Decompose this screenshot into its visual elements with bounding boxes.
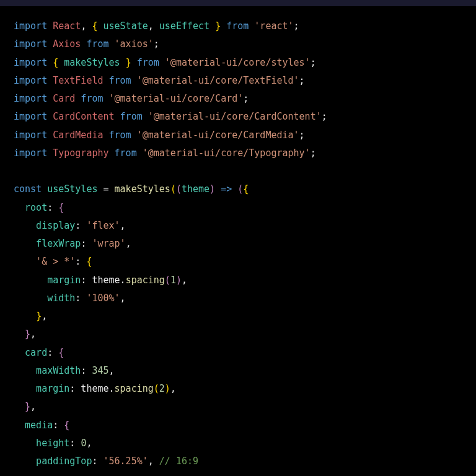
code-line-18: },	[14, 325, 462, 343]
code-line-1: import React, { useState, useEffect } fr…	[14, 17, 462, 35]
editor-top-bar	[0, 0, 476, 6]
code-line-5: import Card from '@material-ui/core/Card…	[14, 90, 462, 108]
code-container: import React, { useState, useEffect } fr…	[14, 17, 462, 470]
code-line-3: import { makeStyles } from '@material-ui…	[14, 54, 462, 72]
code-line-19: card: {	[14, 344, 462, 362]
code-line-23: media: {	[14, 416, 462, 434]
code-line-25: paddingTop: '56.25%', // 16:9	[14, 452, 462, 470]
code-line-21: margin: theme.spacing(2),	[14, 380, 462, 398]
code-line-14: '& > *': {	[14, 253, 462, 271]
code-line-12: display: 'flex',	[14, 217, 462, 235]
code-line-16: width: '100%',	[14, 289, 462, 307]
code-line-13: flexWrap: 'wrap',	[14, 235, 462, 253]
code-line-22: },	[14, 398, 462, 416]
code-line-20: maxWidth: 345,	[14, 362, 462, 380]
code-line-15: margin: theme.spacing(1),	[14, 271, 462, 289]
code-line-17: },	[14, 307, 462, 325]
code-line-6: import CardContent from '@material-ui/co…	[14, 108, 462, 126]
code-line-24: height: 0,	[14, 434, 462, 452]
code-line-8: import Typography from '@material-ui/cor…	[14, 144, 462, 162]
code-line-10: const useStyles = makeStyles((theme) => …	[14, 180, 462, 198]
code-line-9	[14, 162, 462, 180]
code-line-2: import Axios from 'axios';	[14, 35, 462, 53]
code-line-7: import CardMedia from '@material-ui/core…	[14, 126, 462, 144]
code-line-11: root: {	[14, 199, 462, 217]
code-line-4: import TextField from '@material-ui/core…	[14, 72, 462, 90]
code-editor[interactable]: import React, { useState, useEffect } fr…	[0, 6, 476, 476]
